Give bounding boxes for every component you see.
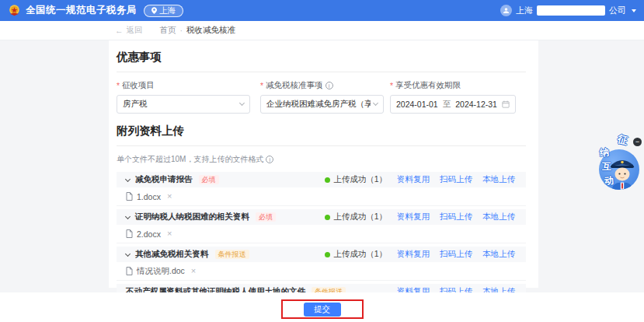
field-reduction-matter: * 减免税核准事项 i 企业纳税困难减免房产税（享受免税，自1986-10-..… <box>260 80 384 114</box>
remove-file-icon[interactable]: × <box>191 267 196 275</box>
scan-upload-link[interactable]: 扫码上传 <box>440 249 472 260</box>
success-dot-icon <box>325 215 330 220</box>
breadcrumb-current: 税收减免核准 <box>186 25 235 36</box>
validity-period-label: * 享受优惠有效期限 <box>390 80 516 91</box>
user-name-prefix: 上海 <box>516 5 533 16</box>
uploaded-file-row: 情况说明.doc × <box>117 262 526 281</box>
validity-date-range-input[interactable]: 2024-01-01 至 2024-12-31 <box>390 95 516 114</box>
submit-button[interactable]: 提交 <box>304 303 341 317</box>
calendar-icon <box>502 100 510 108</box>
upload-group: 证明纳税人纳税困难的相关资料 必填 上传成功（1） 资料复用 扫码上传 本地上传… <box>117 209 526 243</box>
reuse-material-link[interactable]: 资料复用 <box>397 174 430 185</box>
required-marker: * <box>260 81 263 90</box>
file-name: 2.docx <box>137 229 161 239</box>
success-dot-icon <box>325 252 330 257</box>
remove-file-icon[interactable]: × <box>167 229 172 238</box>
upload-list: 减免税申请报告 必填 上传成功（1） 资料复用 扫码上传 本地上传 1.docx <box>117 172 526 299</box>
required-badge: 必填 <box>199 175 219 185</box>
info-icon[interactable]: i <box>266 156 273 163</box>
upload-group: 减免税申请报告 必填 上传成功（1） 资料复用 扫码上传 本地上传 1.docx <box>117 172 526 206</box>
field-validity-period: * 享受优惠有效期限 2024-01-01 至 2024-12-31 <box>390 80 516 114</box>
main-content-card: 优惠事项 * 征收项目 房产税 * 减免税核准事项 i 企业纳税困难减免房产税（… <box>109 40 538 288</box>
user-avatar-icon <box>500 5 512 16</box>
app-title: 全国统一规范电子税务局 <box>26 4 137 17</box>
chevron-down-icon <box>239 100 245 106</box>
date-end-value[interactable]: 2024-12-31 <box>455 100 497 109</box>
upload-group: 其他减免税相关资料 条件报送 上传成功（1） 资料复用 扫码上传 本地上传 情况… <box>117 247 526 281</box>
field-levy-item: * 征收项目 房产税 <box>117 80 250 114</box>
location-badge-label: 上海 <box>159 5 176 16</box>
scan-upload-link[interactable]: 扫码上传 <box>440 212 472 222</box>
upload-status: 上传成功（1） <box>325 212 387 222</box>
section-divider <box>117 145 526 146</box>
breadcrumb: 首页 · 税收减免核准 <box>160 25 236 36</box>
breadcrumb-home[interactable]: 首页 <box>160 25 176 36</box>
upload-row-header: 其他减免税相关资料 条件报送 上传成功（1） 资料复用 扫码上传 本地上传 <box>117 247 526 262</box>
upload-row-header: 证明纳税人纳税困难的相关资料 必填 上传成功（1） 资料复用 扫码上传 本地上传 <box>117 209 526 225</box>
chevron-down-icon[interactable] <box>125 250 131 256</box>
file-name: 情况说明.doc <box>137 266 185 277</box>
chevron-down-icon[interactable] <box>125 176 131 181</box>
local-upload-link[interactable]: 本地上传 <box>482 174 515 185</box>
redacted-company-name <box>537 5 605 16</box>
national-emblem-icon <box>8 4 21 17</box>
conditional-badge: 条件报送 <box>215 250 249 260</box>
widget-char: 互 <box>602 160 611 173</box>
reuse-material-link[interactable]: 资料复用 <box>397 249 430 260</box>
footer-bar: 提交 <box>0 292 644 322</box>
upload-status: 上传成功（1） <box>325 174 387 185</box>
location-badge[interactable]: 上海 <box>144 5 183 17</box>
widget-char: 纳 <box>599 145 610 159</box>
location-pin-icon <box>151 7 157 14</box>
user-menu[interactable]: 上海 公司 <box>500 5 636 16</box>
file-icon <box>126 229 133 238</box>
info-icon[interactable]: i <box>325 82 333 89</box>
widget-collapse-button[interactable]: − <box>633 138 642 146</box>
reduction-matter-value: 企业纳税困难减免房产税（享受免税，自1986-10-... <box>266 99 371 110</box>
annotation-highlight-box: 提交 <box>281 299 364 319</box>
local-upload-link[interactable]: 本地上传 <box>482 249 515 260</box>
back-button-label: 返回 <box>127 25 143 36</box>
preferential-form-row: * 征收项目 房产税 * 减免税核准事项 i 企业纳税困难减免房产税（享受免税，… <box>117 80 526 114</box>
breadcrumb-bar: ← 返回 首页 · 税收减免核准 <box>0 21 644 40</box>
section-title-upload: 附列资料上传 <box>117 124 526 138</box>
levy-item-value: 房产税 <box>123 99 237 110</box>
uploaded-file-row: 2.docx × <box>117 225 526 243</box>
reduction-matter-label: * 减免税核准事项 i <box>260 80 384 91</box>
required-badge: 必填 <box>256 212 276 222</box>
section-divider <box>117 72 526 72</box>
levy-item-select[interactable]: 房产税 <box>117 95 250 114</box>
upload-row-label: 证明纳税人纳税困难的相关资料 <box>135 212 249 222</box>
tax-assistant-widget[interactable]: − 征 纳 互 动 <box>597 132 642 202</box>
upload-status: 上传成功（1） <box>325 249 387 260</box>
user-name-suffix: 公司 <box>609 5 626 16</box>
back-arrow-icon: ← <box>115 26 124 35</box>
breadcrumb-separator: · <box>180 26 183 35</box>
chevron-down-icon[interactable] <box>125 213 131 219</box>
chevron-down-icon <box>373 100 378 106</box>
scan-upload-link[interactable]: 扫码上传 <box>440 174 472 185</box>
file-icon <box>126 192 133 201</box>
success-dot-icon <box>325 177 330 183</box>
date-range-connector: 至 <box>443 99 451 110</box>
upload-row-label: 减免税申请报告 <box>135 174 193 185</box>
remove-file-icon[interactable]: × <box>167 192 172 201</box>
upload-note: 单个文件不超过10M，支持上传的文件格式 i <box>117 154 526 165</box>
top-header-bar: 全国统一规范电子税务局 上海 上海 公司 <box>0 0 644 21</box>
reduction-matter-select[interactable]: 企业纳税困难减免房产税（享受免税，自1986-10-... <box>260 95 384 114</box>
widget-char: 征 <box>616 132 629 149</box>
reuse-material-link[interactable]: 资料复用 <box>397 212 430 222</box>
required-marker: * <box>117 81 120 90</box>
levy-item-label: * 征收项目 <box>117 80 250 91</box>
upload-row-label: 其他减免税相关资料 <box>135 249 209 260</box>
section-title-preferential: 优惠事项 <box>117 50 526 65</box>
local-upload-link[interactable]: 本地上传 <box>482 212 515 222</box>
date-start-value[interactable]: 2024-01-01 <box>396 100 438 109</box>
upload-row-header: 减免税申请报告 必填 上传成功（1） 资料复用 扫码上传 本地上传 <box>117 172 526 187</box>
user-caret-down-icon <box>632 9 636 12</box>
back-button[interactable]: ← 返回 <box>115 25 143 36</box>
file-name: 1.docx <box>137 192 161 201</box>
widget-char: 动 <box>604 174 614 188</box>
required-marker: * <box>390 81 393 90</box>
file-icon <box>126 267 133 275</box>
